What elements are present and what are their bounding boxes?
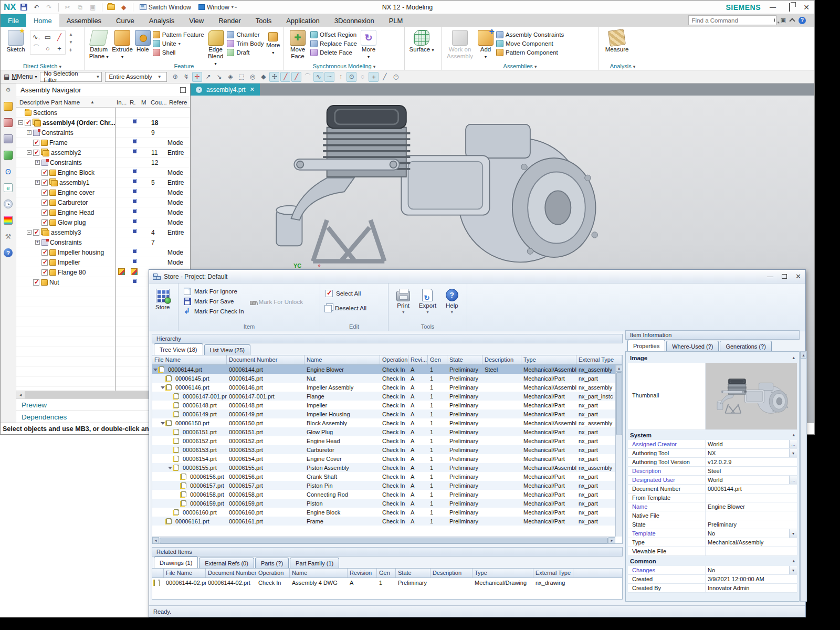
dialog-close-button[interactable]: ✕	[795, 272, 801, 280]
tree-expander-icon[interactable]	[35, 200, 40, 205]
row-expander-icon[interactable]	[175, 484, 180, 488]
line-tool-icon[interactable]: ╱	[280, 72, 290, 82]
switch-window-button[interactable]: Switch Window	[138, 3, 193, 12]
tree-expander-icon[interactable]	[35, 220, 40, 225]
hole-button[interactable]: Hole	[135, 29, 151, 53]
ribbon-tab[interactable]: Tools	[248, 14, 279, 27]
datum-plane-button[interactable]: Datum Plane ▾	[88, 29, 110, 60]
ribbon-tab[interactable]: View	[182, 14, 211, 27]
select-point-icon[interactable]: ✛	[192, 72, 202, 82]
property-row[interactable]: Designated User World …	[628, 476, 797, 485]
col-modified[interactable]: M	[140, 99, 149, 106]
store-button[interactable]: Store	[154, 287, 171, 322]
component-checkbox[interactable]	[41, 259, 48, 266]
image-section-header[interactable]: Image▴	[628, 353, 797, 363]
property-value[interactable]: Innovator Admin	[706, 584, 797, 592]
hierarchy-hscrollbar[interactable]: ◂ ▸	[152, 537, 615, 543]
tree-expander-icon[interactable]	[27, 280, 32, 285]
component-checkbox[interactable]	[33, 140, 39, 146]
property-edit-button[interactable]: …	[789, 440, 797, 448]
property-row[interactable]: Authoring Tool NX ▾	[628, 449, 797, 458]
navigator-tree-row[interactable]: + Constraints 12	[16, 158, 190, 167]
copy-icon[interactable]: ⧉	[76, 3, 85, 12]
property-value[interactable]: NX	[706, 449, 789, 457]
hierarchy-row[interactable]: 00006157.prt 00006157.prt Piston Pin Che…	[152, 481, 615, 490]
cut-icon[interactable]: ✂	[63, 3, 72, 12]
line2-tool-icon[interactable]: ╱	[291, 72, 301, 82]
tree-expander-icon[interactable]	[35, 210, 40, 215]
minimize-button[interactable]: —	[768, 4, 778, 11]
help-button[interactable]: ? Help▾	[443, 287, 461, 322]
ribbon-tab[interactable]: Assemblies	[59, 14, 109, 27]
component-checkbox[interactable]	[41, 190, 48, 196]
ribbon-tab[interactable]: Home	[26, 14, 59, 27]
trim-body-button[interactable]: Trim Body	[227, 40, 264, 47]
edge-blend-button[interactable]: Edge Blend ▾	[206, 29, 225, 67]
row-expander-icon[interactable]	[168, 510, 172, 514]
shaded-icon[interactable]: ◎	[247, 72, 257, 82]
property-row[interactable]: State Preliminary	[628, 520, 797, 529]
col-reference-set[interactable]: Refere	[167, 99, 190, 106]
scroll-left-icon[interactable]: ◂	[16, 392, 25, 397]
property-row[interactable]: Description Steel	[628, 467, 797, 476]
tree-expander-icon[interactable]: −	[27, 230, 32, 235]
tree-expander-icon[interactable]: −	[27, 150, 32, 155]
tab-where-used[interactable]: Where-Used (?)	[666, 341, 719, 351]
arc-tool-icon[interactable]: ⌒	[302, 72, 312, 82]
navigator-tree-row[interactable]: Impeller Mode	[16, 257, 190, 267]
arc-icon[interactable]: ⌒	[30, 43, 42, 54]
hierarchy-row[interactable]: 00006152.prt 00006152.prt Engine Head Ch…	[152, 436, 615, 445]
component-checkbox[interactable]	[41, 219, 48, 226]
export-button[interactable]: Export▾	[418, 287, 437, 322]
ribbon-tab[interactable]: 3Dconnexion	[327, 14, 382, 27]
mark-for-save-button[interactable]: Mark For Save	[184, 298, 244, 305]
tab-drawings[interactable]: Drawings (1)	[154, 556, 198, 568]
property-row[interactable]: Created 3/9/2021 12:00:00 AM	[628, 575, 797, 584]
col-external-type[interactable]: External Type	[576, 355, 622, 364]
sync-more-button[interactable]: More▾	[359, 29, 378, 60]
move-component-button[interactable]: Move Component	[496, 40, 564, 47]
rcol-type[interactable]: Type	[472, 569, 533, 578]
scroll-left-icon[interactable]: ◂	[152, 537, 159, 544]
ribbon-tab[interactable]: File	[1, 14, 26, 27]
select-all-button[interactable]: Select All	[326, 290, 366, 297]
assembly-navigator-icon[interactable]	[4, 102, 13, 111]
materials-icon[interactable]	[4, 216, 13, 225]
row-expander-icon[interactable]	[168, 403, 172, 407]
navigator-tree-row[interactable]: + Constraints 7	[16, 237, 190, 247]
related-item-row[interactable]: 00006144-02.prt 00006144-02.prt Check In…	[152, 578, 622, 587]
row-expander-icon[interactable]	[153, 368, 158, 372]
sketch-curve-palette[interactable]: ∿. ▭ ╱ ⌒ ○ +	[30, 30, 66, 55]
property-value[interactable]: Mechanical/Assembly	[706, 538, 797, 547]
ribbon-tab[interactable]: Application	[279, 14, 327, 27]
hierarchy-row[interactable]: 00006155.prt 00006155.prt Piston Assembl…	[152, 463, 615, 472]
rcol-name[interactable]: Name	[290, 569, 348, 578]
property-value[interactable]: Steel	[706, 467, 797, 475]
line-icon[interactable]: ╱	[54, 31, 65, 43]
offset-region-button[interactable]: Offset Region	[310, 31, 357, 38]
row-expander-icon[interactable]	[168, 412, 172, 416]
hierarchy-row[interactable]: 00006150.prt 00006150.prt Block Assembly…	[152, 418, 615, 427]
col-description[interactable]: Description	[482, 355, 521, 364]
navigator-tree-row[interactable]: + assembly1 5 Entire	[16, 177, 190, 187]
tab-external-refs[interactable]: External Refs (0)	[199, 558, 254, 568]
group-label-assemblies[interactable]: Assemblies ▾	[442, 63, 598, 69]
rcol-document-number[interactable]: Document Number	[206, 569, 256, 578]
fullscreen-icon[interactable]: ▣	[781, 17, 786, 24]
delete-face-button[interactable]: Delete Face	[310, 49, 357, 56]
midpoint-icon[interactable]: ↘	[214, 72, 224, 82]
scroll-up-icon[interactable]: ▴	[801, 352, 806, 359]
plus-tool-icon[interactable]: ＋	[369, 72, 379, 82]
part-tab-assembly4[interactable]: ◔ assembly4.prt ✕	[191, 83, 260, 96]
group-label-synchronous[interactable]: Synchronous Modeling ▾	[284, 63, 404, 69]
property-value[interactable]: v12.0.2.9	[706, 458, 797, 466]
tree-expander-icon[interactable]: +	[35, 180, 40, 185]
col-operation[interactable]: Operation	[380, 355, 408, 364]
ellipse-icon[interactable]: ◌	[358, 72, 368, 82]
part-navigator-icon[interactable]	[4, 134, 13, 143]
row-expander-icon[interactable]	[168, 448, 172, 452]
navigator-tree-row[interactable]: Sections	[16, 108, 190, 118]
tree-expander-icon[interactable]	[35, 170, 40, 175]
row-expander-icon[interactable]	[161, 376, 165, 381]
rcol-gen[interactable]: Gen	[377, 569, 396, 578]
